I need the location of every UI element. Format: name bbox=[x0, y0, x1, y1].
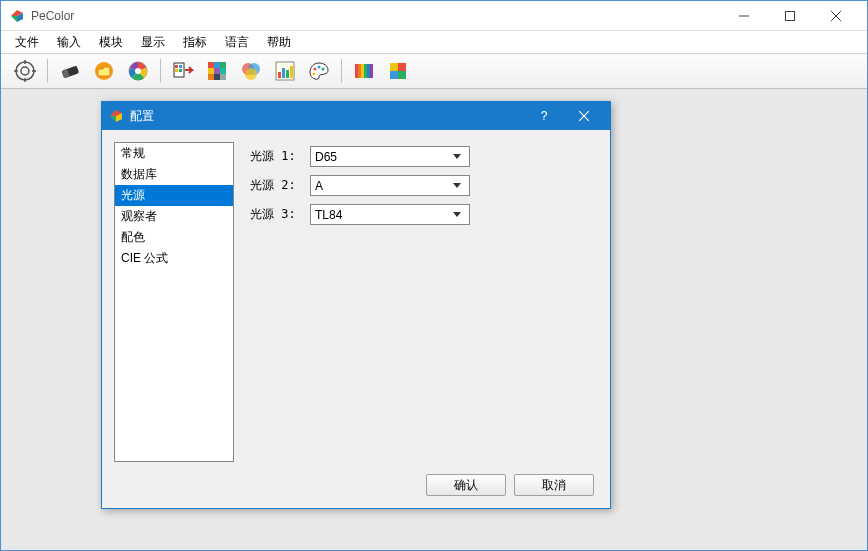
color-block-icon[interactable] bbox=[384, 57, 412, 85]
svg-rect-37 bbox=[282, 68, 285, 78]
illuminant-2-combo[interactable]: A bbox=[310, 175, 470, 196]
toolbar-separator bbox=[341, 59, 342, 83]
app-icon bbox=[9, 8, 25, 24]
color-wheel-icon[interactable] bbox=[124, 57, 152, 85]
svg-rect-50 bbox=[390, 63, 398, 71]
svg-point-7 bbox=[16, 62, 34, 80]
svg-rect-51 bbox=[398, 63, 406, 71]
menu-index[interactable]: 指标 bbox=[175, 32, 215, 53]
app-title: PeColor bbox=[31, 9, 721, 23]
svg-rect-24 bbox=[214, 62, 220, 68]
illuminant-3-combo[interactable]: TL84 bbox=[310, 204, 470, 225]
svg-point-41 bbox=[318, 66, 321, 69]
dialog-titlebar[interactable]: 配置 ? bbox=[102, 102, 610, 130]
venn-icon[interactable] bbox=[237, 57, 265, 85]
svg-rect-25 bbox=[220, 62, 226, 68]
combo-value: D65 bbox=[315, 150, 449, 164]
main-titlebar: PeColor bbox=[1, 1, 867, 31]
toolbar bbox=[1, 53, 867, 89]
svg-rect-45 bbox=[358, 64, 361, 78]
illuminant-3-label: 光源 3: bbox=[250, 206, 310, 223]
ok-button[interactable]: 确认 bbox=[426, 474, 506, 496]
chevron-down-icon bbox=[449, 212, 465, 218]
chevron-down-icon bbox=[449, 183, 465, 189]
grid-swatch-icon[interactable] bbox=[203, 57, 231, 85]
svg-marker-59 bbox=[453, 154, 461, 159]
menu-input[interactable]: 输入 bbox=[49, 32, 89, 53]
category-list[interactable]: 常规 数据库 光源 观察者 配色 CIE 公式 bbox=[114, 142, 234, 462]
palette-output-icon[interactable] bbox=[169, 57, 197, 85]
eraser-icon[interactable] bbox=[56, 57, 84, 85]
svg-point-17 bbox=[135, 68, 141, 74]
svg-marker-61 bbox=[453, 212, 461, 217]
menu-display[interactable]: 显示 bbox=[133, 32, 173, 53]
svg-marker-55 bbox=[110, 116, 116, 122]
category-database[interactable]: 数据库 bbox=[115, 164, 233, 185]
illuminant-1-combo[interactable]: D65 bbox=[310, 146, 470, 167]
combo-value: TL84 bbox=[315, 208, 449, 222]
svg-marker-1 bbox=[11, 16, 17, 22]
folder-icon[interactable] bbox=[90, 57, 118, 85]
cancel-button[interactable]: 取消 bbox=[514, 474, 594, 496]
toolbar-separator bbox=[160, 59, 161, 83]
svg-rect-23 bbox=[208, 62, 214, 68]
category-general[interactable]: 常规 bbox=[115, 143, 233, 164]
svg-rect-30 bbox=[214, 74, 220, 80]
setting-row-1: 光源 1: D65 bbox=[250, 146, 598, 167]
main-window: PeColor 文件 输入 模块 显示 指标 语言 帮助 bbox=[0, 0, 868, 551]
svg-point-43 bbox=[313, 73, 316, 76]
svg-marker-60 bbox=[453, 183, 461, 188]
dialog-main: 常规 数据库 光源 观察者 配色 CIE 公式 光源 1: D65 bbox=[114, 142, 598, 462]
svg-rect-49 bbox=[370, 64, 373, 78]
window-controls bbox=[721, 1, 859, 31]
svg-point-40 bbox=[314, 68, 317, 71]
category-observer[interactable]: 观察者 bbox=[115, 206, 233, 227]
paint-palette-icon[interactable] bbox=[305, 57, 333, 85]
svg-rect-27 bbox=[214, 68, 220, 74]
menubar: 文件 输入 模块 显示 指标 语言 帮助 bbox=[1, 31, 867, 53]
svg-rect-26 bbox=[208, 68, 214, 74]
chart-icon[interactable] bbox=[271, 57, 299, 85]
settings-panel: 光源 1: D65 光源 2: A bbox=[250, 142, 598, 462]
gear-icon[interactable] bbox=[11, 57, 39, 85]
menu-language[interactable]: 语言 bbox=[217, 32, 257, 53]
svg-point-8 bbox=[21, 67, 29, 75]
dialog-button-row: 确认 取消 bbox=[114, 474, 598, 496]
spectrum-icon[interactable] bbox=[350, 57, 378, 85]
minimize-button[interactable] bbox=[721, 1, 767, 31]
svg-rect-46 bbox=[361, 64, 364, 78]
svg-rect-36 bbox=[278, 72, 281, 78]
dialog-app-icon bbox=[108, 108, 124, 124]
dialog-body: 常规 数据库 光源 观察者 配色 CIE 公式 光源 1: D65 bbox=[102, 130, 610, 508]
svg-rect-47 bbox=[364, 64, 367, 78]
category-matching[interactable]: 配色 bbox=[115, 227, 233, 248]
category-cie-formula[interactable]: CIE 公式 bbox=[115, 248, 233, 269]
illuminant-1-label: 光源 1: bbox=[250, 148, 310, 165]
chevron-down-icon bbox=[449, 154, 465, 160]
svg-rect-38 bbox=[286, 70, 289, 78]
menu-file[interactable]: 文件 bbox=[7, 32, 47, 53]
dialog-help-button[interactable]: ? bbox=[524, 102, 564, 130]
svg-rect-28 bbox=[220, 68, 226, 74]
menu-module[interactable]: 模块 bbox=[91, 32, 131, 53]
setting-row-3: 光源 3: TL84 bbox=[250, 204, 598, 225]
close-button[interactable] bbox=[813, 1, 859, 31]
dialog-close-button[interactable] bbox=[564, 102, 604, 130]
category-illuminant[interactable]: 光源 bbox=[115, 185, 233, 206]
svg-rect-48 bbox=[367, 64, 370, 78]
illuminant-2-label: 光源 2: bbox=[250, 177, 310, 194]
svg-rect-20 bbox=[179, 65, 182, 68]
maximize-button[interactable] bbox=[767, 1, 813, 31]
svg-rect-44 bbox=[355, 64, 358, 78]
toolbar-separator bbox=[47, 59, 48, 83]
workspace: 配置 ? 常规 数据库 光源 观察者 配色 CIE 公式 bbox=[1, 89, 867, 550]
svg-rect-4 bbox=[786, 11, 795, 20]
svg-rect-31 bbox=[220, 74, 226, 80]
svg-rect-19 bbox=[175, 65, 178, 68]
svg-rect-52 bbox=[390, 71, 398, 79]
dialog-title: 配置 bbox=[130, 108, 524, 125]
combo-value: A bbox=[315, 179, 449, 193]
svg-rect-39 bbox=[290, 66, 293, 78]
svg-rect-53 bbox=[398, 71, 406, 79]
menu-help[interactable]: 帮助 bbox=[259, 32, 299, 53]
